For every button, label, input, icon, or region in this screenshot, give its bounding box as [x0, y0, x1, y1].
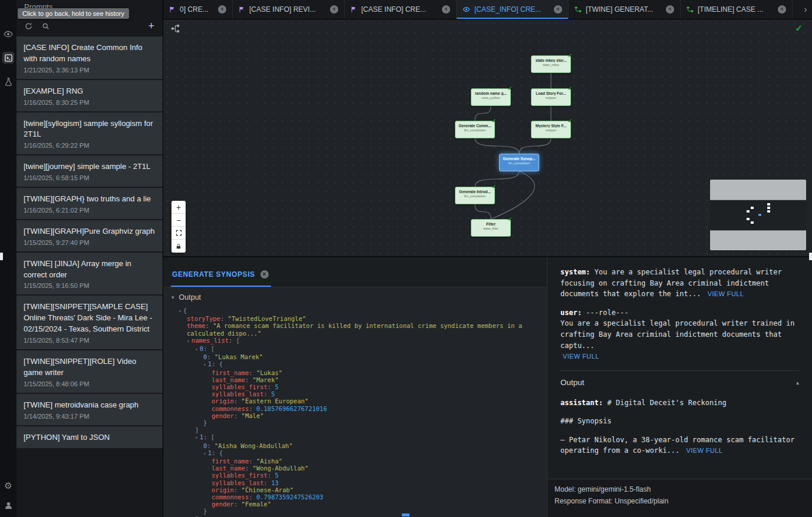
tab[interactable]: 0] CRE...× [163, 0, 233, 19]
panel-resize-handle[interactable] [809, 253, 812, 260]
list-item[interactable]: [TWINE] metroidvania case graph1/14/2025… [16, 394, 163, 425]
close-icon[interactable]: × [442, 5, 450, 14]
collapse-caret-icon[interactable]: ▾ [203, 362, 206, 367]
view-full-link[interactable]: VIEW FULL [708, 290, 744, 297]
response-format-line: Response Format: Unspecified/plain [554, 496, 805, 508]
node-title: Generate Comm... [455, 124, 494, 128]
output-content: ▾ Output ▾{storyType: "TwistedLoveTriang… [163, 287, 547, 517]
list-item[interactable]: [twine][journey] simple sample - 2T1L1/1… [16, 155, 163, 187]
search-icon[interactable] [42, 22, 49, 30]
panel-resize-handle[interactable] [0, 253, 3, 260]
tab[interactable]: [CASE_INFO] CRE...× [457, 0, 569, 19]
node-type: llm_completion [455, 128, 494, 132]
tab-label: 0] CRE... [180, 5, 214, 14]
close-icon[interactable]: × [554, 5, 562, 14]
view-full-link[interactable]: VIEW FULL [686, 447, 723, 454]
json-tree[interactable]: ▾{storyType: "TwistedLoveTriangle"theme:… [171, 307, 547, 517]
graph-node[interactable]: Mystery Style F...snippet✓ [531, 121, 571, 138]
json-line: commonness: 0.18576966276721016 [179, 405, 547, 412]
flag-icon [239, 6, 245, 13]
node-title: random name g... [471, 91, 510, 95]
collapse-caret-icon[interactable]: ▾ [179, 309, 181, 314]
graph-node[interactable]: random name g...exec_python✓ [471, 88, 511, 106]
settings-gear-icon[interactable]: ⚙ [2, 479, 14, 491]
graph-icon [575, 6, 582, 13]
user-text: You are a specialist legal procedural wr… [560, 319, 794, 349]
output-pane: GENERATE SYNOPSIS × ▾ Output ▾{storyType… [163, 257, 547, 517]
account-avatar-icon[interactable] [2, 499, 14, 511]
collapse-caret-icon[interactable]: ▾ [203, 451, 206, 456]
inspector-output-header[interactable]: Output ▴ [560, 377, 799, 389]
json-line: last_name: "Wong-Abdullah" [179, 465, 547, 472]
tab-strip: 0] CRE...×[CASE INFO] REVI...×[CASE INFO… [163, 0, 799, 19]
close-icon[interactable]: × [260, 270, 269, 279]
list-item[interactable]: [TWINE][GRAPH]Pure Graphviz graph1/15/20… [16, 220, 163, 251]
system-label: system: [560, 268, 590, 276]
graph-node[interactable]: Load Story For...snippet✓ [531, 88, 571, 106]
eye-icon[interactable] [2, 28, 14, 40]
tab-label: [TWINE] GENERAT... [586, 5, 662, 14]
minimap-node-dot [767, 207, 770, 209]
collapse-caret-icon[interactable]: ▾ [187, 339, 190, 344]
list-item[interactable]: [TWINE][SNIPPET][SAMPLE CASE] Online Thr… [16, 296, 163, 349]
list-item[interactable]: [TWINE][SNIPPET][ROLE] Video game writer… [16, 350, 163, 393]
node-type: state_filter [471, 227, 510, 230]
node-success-check-icon: ✓ [491, 118, 496, 124]
json-line: ▾0: [ [179, 345, 547, 353]
lock-icon-button[interactable] [171, 240, 186, 253]
list-item[interactable]: [PYTHON] Yaml to JSON [16, 426, 163, 449]
json-line: storyType: "TwistedLoveTriangle" [179, 315, 547, 322]
tab-scroll-right-button[interactable]: › [799, 0, 812, 19]
flask-icon[interactable] [2, 75, 14, 87]
output-collapse-header[interactable]: ▾ Output [171, 293, 547, 301]
tab[interactable]: [TIMELINE] CASE ...× [681, 0, 793, 19]
json-line: syllables_last: 5 [179, 390, 547, 397]
prompt-date: 1/15/2025, 9:16:50 PM [24, 282, 156, 289]
graph-node[interactable]: Generate Synop...llm_completion [499, 154, 539, 171]
view-full-link[interactable]: VIEW FULL [563, 353, 599, 360]
chevron-up-icon: ▴ [796, 378, 799, 387]
graph-node[interactable]: Generate Introd...llm_completion✓ [455, 187, 495, 204]
zoom-out-button[interactable]: − [171, 214, 186, 227]
zoom-in-button[interactable]: + [171, 201, 186, 214]
sidebar-toolbar: + [16, 16, 163, 35]
prompts-nav-icon[interactable] [2, 52, 14, 64]
list-item[interactable]: [twine][syllogism] sample syllogism for … [16, 112, 163, 155]
collapse-caret-icon[interactable]: ▾ [195, 347, 198, 352]
graph-canvas[interactable]: ✓ state mkey stor...state_mkey✓random na… [163, 19, 812, 256]
minimap-node-dot [767, 210, 770, 213]
graph-node[interactable]: state mkey stor...state_mkey✓ [531, 55, 571, 73]
node-success-check-icon: ✓ [507, 85, 512, 91]
prompt-title: [TWINE][GRAPH]Pure Graphviz graph [24, 226, 156, 237]
close-icon[interactable]: × [330, 5, 338, 14]
prompt-date: 1/15/2025, 9:27:40 PM [24, 239, 156, 246]
json-line: syllables_last: 13 [179, 479, 547, 486]
close-icon[interactable]: × [218, 5, 226, 14]
rail-bottom: ⚙ [2, 479, 14, 517]
refresh-icon[interactable] [25, 22, 32, 30]
list-item[interactable]: [CASE INFO] Create Common Info with rand… [16, 37, 163, 79]
list-item[interactable]: [EXAMPLE] RNG1/16/2025, 8:30:25 PM [16, 80, 163, 111]
tooltip: Click to go back, hold to see history [18, 8, 129, 19]
add-prompt-button[interactable]: + [148, 21, 154, 31]
graph-icon [686, 6, 694, 13]
fit-view-button[interactable] [171, 227, 186, 240]
panel-resize-handle[interactable] [402, 513, 410, 516]
list-item[interactable]: [TWINE][GRAPH} two truths and a lie1/16/… [16, 188, 163, 219]
collapse-caret-icon[interactable]: ▾ [195, 435, 198, 440]
list-item[interactable]: [TWINE] [JINJA] Array merge in correct o… [16, 253, 163, 295]
graph-node[interactable]: Filterstate_filter✓ [471, 219, 511, 237]
chevron-down-icon: ▾ [171, 294, 174, 300]
prompt-title: [TWINE][SNIPPET][SAMPLE CASE] Online Thr… [24, 301, 156, 335]
graph-node[interactable]: Generate Comm...llm_completion✓ [455, 121, 495, 138]
chevron-right-icon: › [804, 4, 807, 15]
tab[interactable]: [CASE INFO] CRE...× [345, 0, 457, 19]
json-line: ▾1: { [179, 360, 547, 369]
close-icon[interactable]: × [778, 5, 786, 14]
tab[interactable]: [CASE INFO] REVI...× [233, 0, 345, 19]
close-icon[interactable]: × [666, 5, 674, 14]
flag-icon [351, 6, 357, 13]
tab-generate-synopsis[interactable]: GENERATE SYNOPSIS × [171, 270, 271, 287]
tab[interactable]: [TWINE] GENERAT...× [569, 0, 681, 19]
minimap[interactable] [710, 180, 806, 250]
